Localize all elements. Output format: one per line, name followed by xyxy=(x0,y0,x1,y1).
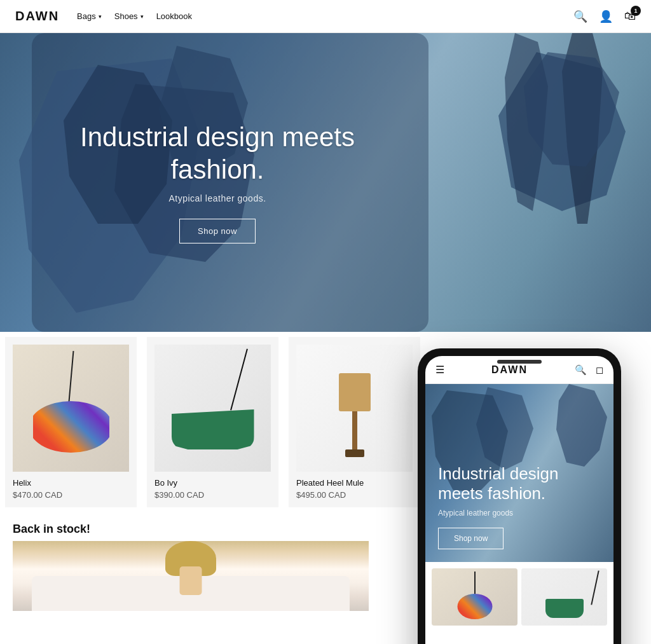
bag-body xyxy=(172,405,254,449)
phone-cart-icon[interactable]: ◻ xyxy=(596,364,603,376)
hero-section: Industrial design meets fashion. Atypica… xyxy=(0,33,651,332)
heel-base xyxy=(345,449,364,457)
product-card-boivy[interactable]: Bo Ivy $390.00 CAD xyxy=(147,337,278,507)
phone-logo[interactable]: DAWN xyxy=(491,364,528,376)
cart-icon[interactable]: 🛍 1 xyxy=(624,10,636,23)
phone-hero-title: Industrial design meets fashion. xyxy=(438,464,601,504)
product-image-boivy xyxy=(154,345,271,472)
product-name: Bo Ivy xyxy=(154,478,271,488)
back-in-stock-section: Back in stock! xyxy=(0,512,394,616)
main-content: Helix $470.00 CAD Bo Ivy $390.00 CAD xyxy=(0,332,651,644)
phone-screen: ☰ DAWN 🔍 ◻ Industrial design meets fashi… xyxy=(425,356,613,644)
phone-bag-body xyxy=(545,599,584,618)
phone-search-icon[interactable]: 🔍 xyxy=(575,364,587,376)
phone-product-boivy[interactable] xyxy=(521,568,607,626)
phone-bag-strap xyxy=(591,570,599,605)
header-right: 🔍 👤 🛍 1 xyxy=(573,10,636,24)
phone-bag-body xyxy=(457,594,492,619)
heel-shape xyxy=(329,373,380,462)
phone-bag-strap xyxy=(474,572,476,594)
phone-hero-deco2 xyxy=(556,384,607,467)
phone-product-helix[interactable] xyxy=(432,568,517,626)
product-image-helix xyxy=(13,345,129,472)
back-in-stock-title: Back in stock! xyxy=(13,523,381,536)
phone-hero-content: Industrial design meets fashion. Atypica… xyxy=(438,464,601,549)
product-grid: Helix $470.00 CAD Bo Ivy $390.00 CAD xyxy=(0,332,394,512)
back-in-stock-image xyxy=(13,541,369,611)
hero-subtitle: Atypical leather goods. xyxy=(51,193,384,203)
phone-product-image-helix xyxy=(432,568,517,626)
product-price: $470.00 CAD xyxy=(13,490,129,500)
phone-product-image-boivy xyxy=(521,568,607,626)
phone-hero-deco3 xyxy=(476,387,533,470)
bag-strap xyxy=(68,351,74,402)
nav-bags[interactable]: Bags ▾ xyxy=(77,11,102,21)
phone-product-grid xyxy=(425,562,613,632)
phone-hero: Industrial design meets fashion. Atypica… xyxy=(425,384,613,562)
product-card-helix[interactable]: Helix $470.00 CAD xyxy=(5,337,137,507)
hero-content: Industrial design meets fashion. Atypica… xyxy=(0,121,651,243)
product-price: $390.00 CAD xyxy=(154,490,271,500)
header-left: DAWN Bags ▾ Shoes ▾ Lookbook xyxy=(15,9,192,24)
phone-hero-subtitle: Atypical leather goods xyxy=(438,509,601,517)
cart-badge: 1 xyxy=(631,6,641,16)
hero-cta-button[interactable]: Shop now xyxy=(179,219,256,243)
bag-strap xyxy=(230,348,248,410)
heel-top xyxy=(339,373,371,411)
main-nav: Bags ▾ Shoes ▾ Lookbook xyxy=(77,11,192,21)
site-header: DAWN Bags ▾ Shoes ▾ Lookbook 🔍 👤 🛍 1 xyxy=(0,0,651,33)
nav-shoes[interactable]: Shoes ▾ xyxy=(114,11,144,21)
product-name: Helix xyxy=(13,478,129,488)
chevron-down-icon: ▾ xyxy=(140,13,144,20)
heel-stem xyxy=(352,411,357,449)
phone-menu-icon[interactable]: ☰ xyxy=(435,364,444,376)
product-grid-section: Helix $470.00 CAD Bo Ivy $390.00 CAD xyxy=(0,332,394,644)
nav-lookbook[interactable]: Lookbook xyxy=(156,11,192,21)
phone-header-icons: 🔍 ◻ xyxy=(575,364,603,376)
chevron-down-icon: ▾ xyxy=(99,13,102,20)
phone-notch xyxy=(497,360,542,364)
bag-body xyxy=(33,395,109,453)
phone-hero-cta-button[interactable]: Shop now xyxy=(438,528,504,549)
hero-title: Industrial design meets fashion. xyxy=(51,121,384,186)
phone-section: ☰ DAWN 🔍 ◻ Industrial design meets fashi… xyxy=(394,332,651,644)
phone-mockup: ☰ DAWN 🔍 ◻ Industrial design meets fashi… xyxy=(418,348,621,644)
account-icon[interactable]: 👤 xyxy=(599,10,613,24)
search-icon[interactable]: 🔍 xyxy=(573,10,587,24)
site-logo[interactable]: DAWN xyxy=(15,9,59,24)
